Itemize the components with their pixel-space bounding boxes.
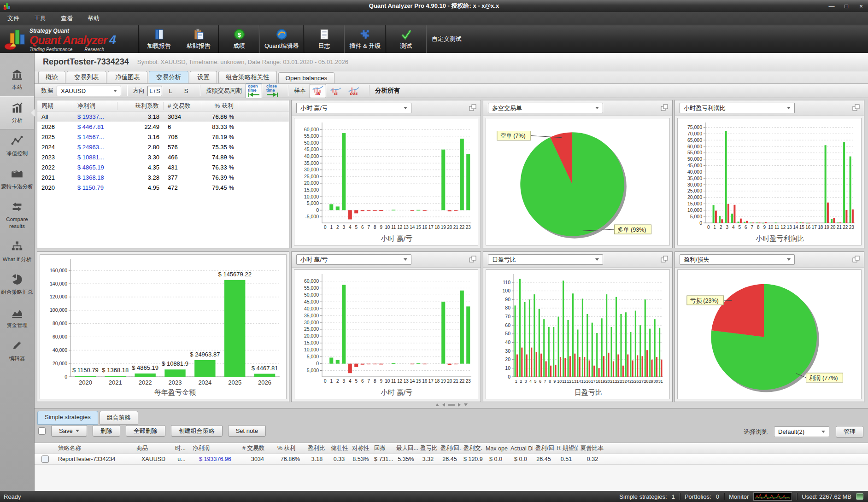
duplicate-chart-icon[interactable] bbox=[468, 255, 477, 264]
direction-l-button[interactable]: L bbox=[163, 86, 178, 96]
chart-type-dropdown[interactable]: 小时盈亏利润比 bbox=[680, 103, 795, 113]
pager-thumb[interactable] bbox=[448, 404, 455, 406]
maximize-button[interactable]: □ bbox=[842, 3, 850, 10]
toolbar-button-0[interactable]: 加载报告 bbox=[139, 25, 179, 53]
duplicate-chart-icon[interactable] bbox=[660, 255, 669, 264]
menu-item[interactable]: 工具 bbox=[27, 12, 53, 25]
close-button[interactable]: × bbox=[857, 3, 865, 10]
strategy-col-header[interactable]: # 交易数 bbox=[240, 444, 275, 452]
strategy-col-header[interactable]: 商品 bbox=[134, 444, 173, 452]
select-all-checkbox[interactable] bbox=[38, 427, 46, 435]
tab-portfolios[interactable]: 组合策略 bbox=[100, 411, 138, 425]
manage-button[interactable]: 管理 bbox=[836, 426, 863, 438]
period-row-2024[interactable]: 2024$ 24963...2.8057675.35 % bbox=[37, 142, 289, 152]
sample-oos-button[interactable]: oos bbox=[346, 84, 362, 98]
tab-0[interactable]: 概论 bbox=[38, 71, 65, 83]
period-row-All[interactable]: All$ 19337...3.18303476.86 % bbox=[37, 111, 289, 122]
menu-item[interactable]: 查看 bbox=[53, 12, 80, 25]
chart-type-dropdown[interactable]: 小时 赢/亏 bbox=[296, 254, 411, 265]
strategy-col-header[interactable]: 盈亏比 bbox=[418, 444, 438, 452]
pager-left-icon[interactable] bbox=[442, 403, 445, 407]
strategy-col-header[interactable]: Max ope... bbox=[483, 445, 508, 452]
strategy-col-header[interactable]: % 获利 bbox=[275, 444, 305, 452]
sidebar-item-3[interactable]: 蒙特卡洛分析 bbox=[0, 162, 34, 195]
pager-up-icon[interactable] bbox=[435, 403, 439, 406]
sidebar-item-5[interactable]: What If 分析 bbox=[0, 235, 34, 268]
sidebar-item-0[interactable]: 本站 bbox=[0, 63, 34, 96]
period-col-header[interactable]: # 交易数 bbox=[164, 102, 202, 110]
strategy-col-header[interactable]: 最大回... bbox=[394, 444, 418, 452]
tab-6[interactable]: Open balances bbox=[278, 72, 335, 83]
strategy-col-header[interactable]: 时... bbox=[173, 444, 190, 452]
period-row-2026[interactable]: 2026$ 4467.8122.49683.33 % bbox=[37, 122, 289, 132]
period-row-2023[interactable]: 2023$ 10881...3.3046674.89 % bbox=[37, 152, 289, 162]
save-button[interactable]: Save bbox=[51, 425, 87, 437]
toolbar-button-5[interactable]: 插件 & 升级 bbox=[345, 25, 385, 53]
menu-item[interactable]: 文件 bbox=[0, 12, 27, 25]
tab-3[interactable]: 交易分析 bbox=[149, 71, 188, 83]
sample-all-button[interactable]: all bbox=[310, 84, 326, 98]
strategy-row[interactable]: ReportTester-7334234XAUUSDu...$ 193376.9… bbox=[35, 454, 868, 465]
chart-type-dropdown[interactable]: 小时 赢/亏 bbox=[296, 103, 411, 113]
period-col-header[interactable]: % 获利 bbox=[202, 102, 238, 110]
period-row-2020[interactable]: 2020$ 1150.794.9547279.45 % bbox=[37, 182, 289, 193]
tab-1[interactable]: 交易列表 bbox=[67, 71, 106, 83]
tab-4[interactable]: 设置 bbox=[190, 71, 217, 83]
period-row-2025[interactable]: 2025$ 14567...3.1670678.19 % bbox=[37, 132, 289, 142]
strategy-col-header[interactable]: 健壮性 bbox=[328, 444, 350, 452]
tab-simple-strategies[interactable]: Simple strategies bbox=[37, 411, 98, 425]
strategy-col-header[interactable]: Actual DD bbox=[508, 445, 533, 452]
toolbar-button-3[interactable]: Quant编辑器 bbox=[260, 25, 303, 53]
strategy-col-header[interactable]: 盈利比 bbox=[305, 444, 328, 452]
analyze-all-button[interactable]: 分析所有 bbox=[375, 87, 400, 95]
duplicate-chart-icon[interactable] bbox=[468, 103, 477, 112]
strategy-col-header[interactable]: 回撤 bbox=[372, 444, 394, 452]
toolbar-button-2[interactable]: $成绩 bbox=[219, 25, 259, 53]
tab-2[interactable]: 净值图表 bbox=[108, 71, 147, 83]
duplicate-chart-icon[interactable] bbox=[660, 103, 669, 112]
strategy-col-header[interactable]: 盈利/回... bbox=[438, 444, 461, 452]
close-time-button[interactable]: close time bbox=[264, 83, 281, 99]
toolbar-button-4[interactable]: 日志 bbox=[304, 25, 344, 53]
sidebar-item-1[interactable]: 分析 bbox=[0, 96, 34, 129]
period-row-2021[interactable]: 2021$ 1368.183.2837776.39 % bbox=[37, 172, 289, 182]
pager-right-icon[interactable] bbox=[458, 403, 461, 407]
browse-dropdown[interactable]: Default(2) bbox=[774, 426, 829, 437]
toolbar-button-6[interactable]: 测试 bbox=[386, 25, 426, 53]
minimize-button[interactable]: — bbox=[827, 3, 836, 10]
sidebar-item-6[interactable]: 组合策略汇总 bbox=[0, 268, 34, 301]
delete-button[interactable]: 删除 bbox=[93, 425, 120, 437]
strategy-col-header[interactable]: 盈利/回... bbox=[533, 444, 554, 452]
strategy-col-header[interactable]: 夏普比率 bbox=[578, 444, 607, 452]
duplicate-chart-icon[interactable] bbox=[851, 103, 861, 112]
sample-is-button[interactable]: is bbox=[328, 84, 344, 98]
toolbar-button-1[interactable]: 粘贴报告 bbox=[179, 25, 218, 53]
strategy-col-header[interactable]: 盈利交... bbox=[461, 444, 483, 452]
strategy-col-header[interactable]: 策略名称 bbox=[56, 444, 134, 452]
period-col-header[interactable]: 净利润 bbox=[73, 102, 117, 110]
direction-s-button[interactable]: S bbox=[179, 86, 194, 96]
chart-type-dropdown[interactable]: 盈利/损失 bbox=[680, 254, 795, 265]
set-note-button[interactable]: Set note bbox=[228, 425, 266, 437]
tab-5[interactable]: 组合策略相关性 bbox=[218, 71, 277, 83]
duplicate-chart-icon[interactable] bbox=[851, 255, 861, 264]
strategy-col-header[interactable]: 对称性 bbox=[350, 444, 372, 452]
strategy-row-checkbox[interactable] bbox=[41, 455, 49, 463]
status-monitor-label[interactable]: Monitor bbox=[729, 493, 749, 500]
period-row-2022[interactable]: 2022$ 4865.194.3543176.33 % bbox=[37, 162, 289, 172]
strategy-col-header[interactable]: 净利润 bbox=[190, 444, 240, 452]
sidebar-item-4[interactable]: Compare results bbox=[0, 195, 34, 235]
period-col-header[interactable]: 周期 bbox=[37, 102, 73, 110]
period-col-header[interactable]: 获利系数 bbox=[117, 102, 164, 110]
sidebar-item-7[interactable]: 资金管理 bbox=[0, 301, 34, 334]
pager-down-icon[interactable] bbox=[464, 403, 468, 406]
create-portfolio-button[interactable]: 创建组合策略 bbox=[171, 425, 223, 437]
toolbar-button-7[interactable]: 自定义测试 bbox=[427, 25, 466, 53]
open-time-button[interactable]: open time bbox=[246, 83, 262, 99]
sidebar-item-8[interactable]: 编辑器 bbox=[0, 334, 34, 367]
chart-type-dropdown[interactable]: 日盈亏比 bbox=[488, 254, 603, 265]
memory-icon[interactable] bbox=[856, 493, 863, 500]
strategy-col-header[interactable]: R 期望值 bbox=[554, 444, 578, 452]
symbol-dropdown[interactable]: XAUUSD bbox=[57, 86, 121, 96]
direction-ls-button[interactable]: L+S bbox=[147, 86, 162, 96]
